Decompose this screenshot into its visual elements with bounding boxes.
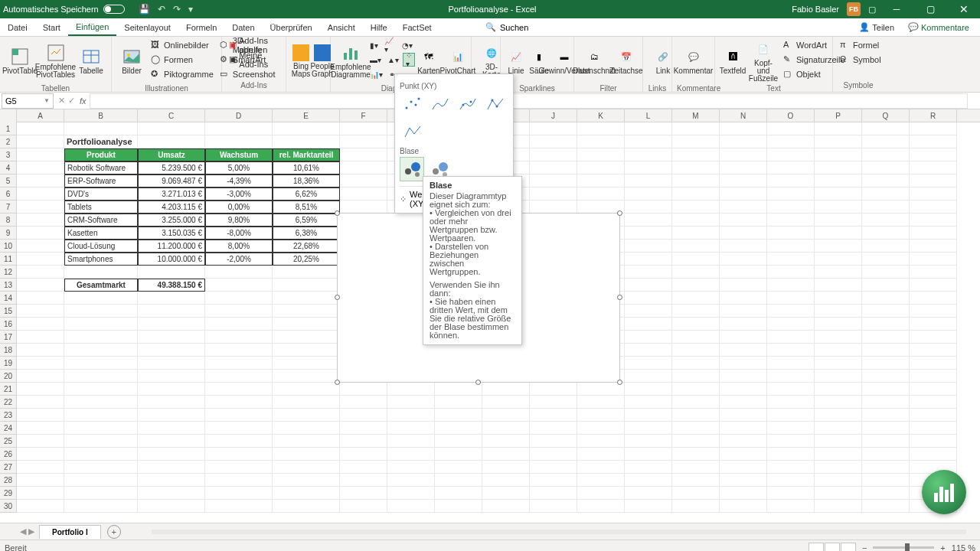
cell[interactable] (862, 487, 910, 500)
cell[interactable] (862, 331, 910, 344)
menu-datei[interactable]: Datei (0, 18, 35, 36)
fx-icon[interactable]: fx (80, 96, 87, 106)
cell[interactable] (815, 135, 862, 148)
cell[interactable] (205, 318, 273, 331)
user-name[interactable]: Fabio Basler (792, 5, 839, 14)
row-header[interactable]: 19 (0, 357, 17, 370)
row-header[interactable]: 1 (0, 122, 17, 135)
cell[interactable] (720, 279, 767, 292)
cell[interactable] (767, 227, 815, 240)
cell[interactable] (17, 214, 64, 227)
cell[interactable] (910, 422, 957, 435)
cell[interactable] (64, 474, 138, 487)
cell[interactable] (862, 253, 910, 266)
menu-überprüfen[interactable]: Überprüfen (263, 18, 320, 36)
cell[interactable] (340, 201, 387, 214)
cell[interactable] (910, 331, 957, 344)
cell[interactable] (17, 161, 64, 174)
row-header[interactable]: 15 (0, 305, 17, 318)
cell[interactable] (530, 201, 577, 214)
cell[interactable] (17, 487, 64, 500)
maximize-button[interactable]: ▢ (917, 1, 943, 18)
cell[interactable] (720, 122, 767, 135)
cell[interactable] (138, 370, 205, 383)
recommended-charts-button[interactable]: Empfohlene Diagramme (335, 38, 366, 84)
cell[interactable] (340, 161, 387, 174)
cell[interactable] (862, 279, 910, 292)
cell[interactable] (767, 318, 815, 331)
cell[interactable]: Tablets (64, 201, 138, 214)
cell[interactable] (815, 487, 862, 500)
cell[interactable] (530, 135, 577, 148)
row-header[interactable]: 3 (0, 148, 17, 161)
cell[interactable] (672, 487, 720, 500)
cell[interactable] (815, 318, 862, 331)
cell[interactable] (672, 135, 720, 148)
col-header[interactable]: Q (862, 109, 910, 122)
cell[interactable]: 9.069.487 € (138, 174, 205, 187)
cell[interactable] (910, 279, 957, 292)
save-icon[interactable]: 💾 (139, 4, 150, 15)
cell[interactable] (17, 279, 64, 292)
cell[interactable] (138, 331, 205, 344)
undo-icon[interactable]: ↶ (158, 4, 165, 15)
cell[interactable] (720, 461, 767, 474)
bubble-type-1[interactable] (400, 157, 424, 181)
cell[interactable] (205, 370, 273, 383)
cell[interactable] (530, 448, 577, 461)
cell[interactable] (672, 279, 720, 292)
comment-button[interactable]: 💬Kommentar (677, 38, 710, 84)
cell[interactable] (138, 122, 205, 135)
cell[interactable] (17, 500, 64, 513)
cell[interactable] (672, 383, 720, 396)
cell[interactable] (672, 148, 720, 161)
cell[interactable] (815, 292, 862, 305)
cell[interactable] (64, 500, 138, 513)
cell[interactable] (273, 422, 340, 435)
equation-button[interactable]: πFormel (838, 38, 884, 52)
cell[interactable] (815, 461, 862, 474)
scatter-type-5[interactable] (400, 119, 424, 144)
cell[interactable] (205, 344, 273, 357)
people-graph-button[interactable]: People Graph (312, 38, 332, 84)
scatter-type-2[interactable] (427, 92, 452, 116)
cell[interactable] (482, 500, 530, 513)
cell[interactable] (720, 383, 767, 396)
cell[interactable] (815, 266, 862, 279)
sheet-next-icon[interactable]: ▶ (28, 527, 34, 536)
cell[interactable] (205, 500, 273, 513)
cancel-icon[interactable]: ✕ (58, 96, 65, 106)
cell[interactable] (815, 422, 862, 435)
cell[interactable] (17, 174, 64, 187)
cell[interactable] (205, 461, 273, 474)
cell[interactable] (530, 396, 577, 409)
cell[interactable] (910, 357, 957, 370)
cell[interactable] (577, 435, 625, 448)
cell[interactable] (625, 344, 672, 357)
cell[interactable]: ERP-Software (64, 174, 138, 187)
cell[interactable] (672, 461, 720, 474)
cell[interactable] (273, 448, 340, 461)
add-sheet-button[interactable]: + (107, 525, 121, 539)
cell[interactable] (910, 187, 957, 201)
menu-seitenlayout[interactable]: Seitenlayout (116, 18, 178, 36)
cell[interactable] (435, 448, 482, 461)
row-header[interactable]: 24 (0, 422, 17, 435)
cell[interactable] (815, 409, 862, 422)
view-break-button[interactable] (841, 543, 856, 552)
cell[interactable] (64, 122, 138, 135)
cell[interactable] (625, 201, 672, 214)
cell[interactable] (720, 344, 767, 357)
cell[interactable]: 9,80% (205, 214, 273, 227)
cell[interactable]: rel. Marktanteil (273, 148, 340, 161)
cell[interactable] (625, 161, 672, 174)
table-button[interactable]: Tabelle (76, 38, 106, 84)
cell[interactable] (17, 227, 64, 240)
cell[interactable] (910, 227, 957, 240)
cell[interactable] (815, 370, 862, 383)
cell[interactable] (767, 396, 815, 409)
cell[interactable] (625, 448, 672, 461)
col-header[interactable]: E (273, 109, 340, 122)
cell[interactable] (625, 487, 672, 500)
recommended-pivot-button[interactable]: Empfohlene PivotTables (37, 38, 74, 84)
